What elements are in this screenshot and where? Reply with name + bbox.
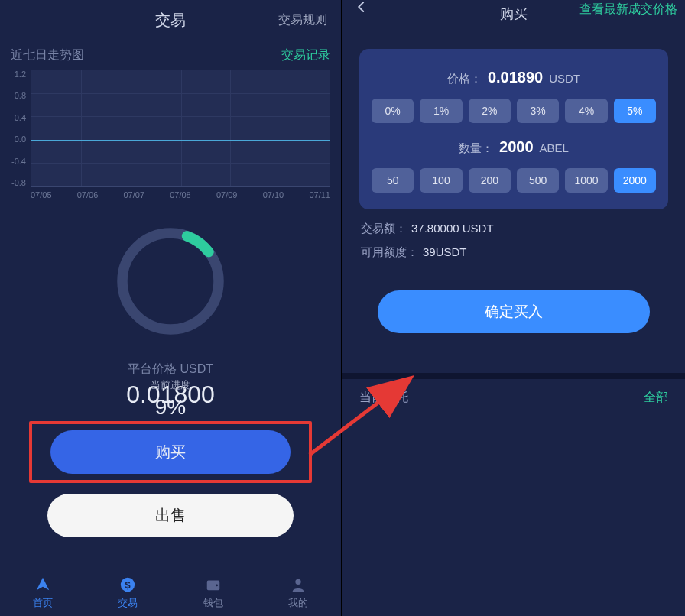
qty-input-value: 2000 [499, 138, 534, 156]
progress-ring: 当前进度 9% [0, 207, 341, 349]
trade-icon: $ [118, 575, 137, 594]
price-input-value: 0.01890 [488, 69, 543, 86]
chip-pct-0[interactable]: 0% [372, 99, 414, 123]
header: 交易 交易规则 [0, 0, 341, 40]
tab-bar: 首页 $ 交易 钱包 我的 [0, 569, 341, 616]
entrust-label: 当前委托 [359, 390, 408, 406]
chip-pct-3[interactable]: 3% [517, 99, 559, 123]
y-axis: 1.2 0.8 0.4 0.0 -0.4 -0.8 [8, 70, 31, 187]
chip-pct-2[interactable]: 2% [469, 99, 511, 123]
tab-mine[interactable]: 我的 [256, 569, 342, 616]
chart-title: 近七日走势图 [11, 47, 84, 63]
summary-info: 交易额： 37.80000 USDT 可用额度： 39USDT [342, 222, 685, 260]
chip-qty-3[interactable]: 500 [517, 168, 559, 193]
progress-value: 9% [155, 395, 186, 420]
wallet-icon [204, 575, 222, 594]
amount-value: 37.80000 USDT [411, 222, 494, 236]
rules-link[interactable]: 交易规则 [278, 12, 327, 28]
chip-pct-4[interactable]: 4% [565, 99, 607, 123]
price-input-label: 价格： [447, 72, 482, 86]
available-value: 39USDT [423, 245, 467, 260]
trend-chart: 1.2 0.8 0.4 0.0 -0.4 -0.8 [0, 70, 341, 207]
back-icon[interactable] [355, 0, 368, 17]
chip-qty-4[interactable]: 1000 [565, 168, 607, 193]
page-title: 交易 [155, 10, 186, 31]
chip-qty-0[interactable]: 50 [372, 168, 414, 193]
svg-point-6 [296, 579, 301, 585]
chip-qty-2[interactable]: 200 [469, 168, 511, 193]
chip-qty-1[interactable]: 100 [420, 168, 462, 193]
quantity-chips: 50 100 200 500 1000 2000 [372, 168, 656, 193]
chip-pct-5[interactable]: 5% [614, 99, 656, 123]
chip-pct-1[interactable]: 1% [420, 99, 462, 123]
progress-label: 当前进度 [151, 378, 190, 392]
tab-home[interactable]: 首页 [0, 569, 86, 616]
svg-text:$: $ [125, 579, 131, 591]
subheader: 近七日走势图 交易记录 [0, 40, 341, 70]
svg-point-1 [113, 224, 228, 339]
percentage-chips: 0% 1% 2% 3% 4% 5% [372, 99, 656, 123]
records-link[interactable]: 交易记录 [281, 47, 330, 63]
buy-form-card: 价格： 0.01890 USDT 0% 1% 2% 3% 4% 5% 数量： 2… [359, 49, 668, 209]
home-icon [34, 575, 52, 594]
chip-qty-5[interactable]: 2000 [614, 168, 656, 193]
latest-price-link[interactable]: 查看最新成交价格 [579, 2, 677, 18]
entrust-section: 当前委托 全部 [342, 373, 685, 417]
available-label: 可用额度： [361, 245, 418, 260]
buy-header: 购买 查看最新成交价格 [342, 0, 685, 28]
sell-button[interactable]: 出售 [47, 494, 294, 537]
tab-trade[interactable]: $ 交易 [86, 569, 171, 616]
qty-unit: ABEL [540, 141, 569, 154]
confirm-buy-button[interactable]: 确定买入 [378, 290, 650, 333]
x-axis: 07/05 07/06 07/07 07/08 07/09 07/10 07/1… [8, 187, 330, 199]
user-icon [289, 575, 307, 594]
qty-input-label: 数量： [459, 141, 493, 156]
tab-wallet[interactable]: 钱包 [170, 569, 256, 616]
svg-point-5 [216, 585, 218, 587]
chart-series-line [31, 140, 330, 141]
all-link[interactable]: 全部 [644, 390, 668, 406]
amount-label: 交易额： [361, 222, 407, 236]
price-unit: USDT [549, 72, 580, 85]
buy-title: 购买 [500, 5, 528, 23]
